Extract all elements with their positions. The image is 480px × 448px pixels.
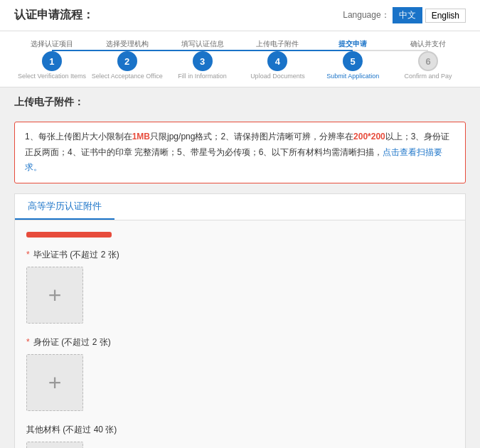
diploma-upload-box[interactable]: + — [26, 267, 83, 324]
step-3-label: 填写认证信息 — [181, 40, 224, 48]
diploma-plus-icon: + — [48, 284, 62, 306]
step-4[interactable]: 上传电子附件 4 Upload Documents — [240, 40, 315, 80]
step-5-label: 提交申请 — [338, 40, 367, 48]
other-upload-section: 其他材料 (不超过 40 张) + — [26, 424, 454, 448]
diploma-required-mark: * — [26, 250, 30, 260]
step-6-label: 确认并支付 — [410, 40, 446, 48]
highlight-size: 1MB — [132, 132, 150, 142]
scan-requirements-link[interactable]: 点击查看扫描要求。 — [25, 147, 442, 173]
notice-box: 1、每张上传图片大小限制在1MB只限jpg/png格式；2、请保持图片清晰可辨，… — [14, 122, 466, 183]
step-1-label: 选择认证项目 — [31, 40, 73, 48]
step-2-sub: Select Acceptance Office — [92, 73, 163, 80]
idcard-upload-section: * 身份证 (不超过 2 张) + — [26, 336, 454, 411]
page-title: 认证申请流程： — [14, 8, 94, 23]
step-5-sub: Submit Application — [326, 73, 379, 80]
lang-chinese-button[interactable]: 中文 — [393, 7, 422, 23]
step-3[interactable]: 填写认证信息 3 Fill in Information — [165, 40, 240, 80]
step-2-label: 选择受理机构 — [106, 40, 149, 48]
lang-english-button[interactable]: English — [425, 9, 466, 23]
step-6-circle: 6 — [418, 51, 438, 71]
step-3-circle: 3 — [193, 51, 213, 71]
step-4-sub: Upload Documents — [250, 73, 305, 80]
tab-diploma[interactable]: 高等学历认证附件 — [15, 194, 114, 220]
language-label: Language： — [343, 9, 389, 21]
step-1[interactable]: 选择认证项目 1 Select Verification Items — [14, 40, 90, 80]
diploma-upload-section: * 毕业证书 (不超过 2 张) + — [26, 249, 454, 324]
step-3-sub: Fill in Information — [178, 73, 227, 80]
step-4-circle: 4 — [267, 51, 287, 71]
step-1-sub: Select Verification Items — [18, 73, 86, 80]
step-6-sub: Confirm and Pay — [405, 73, 452, 80]
idcard-upload-box[interactable]: + — [26, 354, 83, 411]
step-5[interactable]: 提交申请 5 Submit Application — [315, 40, 390, 80]
tab-container: 高等学历认证附件 * 毕业证书 (不超过 2 张) + * — [14, 193, 466, 448]
diploma-label: * 毕业证书 (不超过 2 张) — [26, 249, 454, 261]
header: 认证申请流程： Language： 中文 English — [0, 0, 480, 31]
other-upload-box[interactable]: + — [26, 442, 83, 448]
language-bar: Language： 中文 English — [343, 7, 466, 23]
step-6[interactable]: 确认并支付 6 Confirm and Pay — [390, 40, 466, 80]
step-1-circle: 1 — [42, 51, 62, 71]
section-header: 上传电子附件： — [0, 87, 480, 112]
step-5-circle: 5 — [343, 51, 363, 71]
tab-content: * 毕业证书 (不超过 2 张) + * 身份证 (不超过 2 张) + — [15, 220, 465, 448]
idcard-required-mark: * — [26, 337, 30, 347]
name-redacted — [26, 232, 112, 238]
idcard-plus-icon: + — [48, 371, 62, 394]
highlight-resolution: 200*200 — [353, 132, 385, 142]
step-2[interactable]: 选择受理机构 2 Select Acceptance Office — [90, 40, 165, 80]
notice-text: 1、每张上传图片大小限制在1MB只限jpg/png格式；2、请保持图片清晰可辨，… — [25, 129, 455, 176]
steps-container: 选择认证项目 1 Select Verification Items 选择受理机… — [0, 31, 480, 87]
idcard-label: * 身份证 (不超过 2 张) — [26, 336, 454, 348]
step-2-circle: 2 — [117, 51, 137, 71]
step-4-label: 上传电子附件 — [256, 40, 299, 48]
steps-row: 选择认证项目 1 Select Verification Items 选择受理机… — [14, 40, 466, 80]
tab-header: 高等学历认证附件 — [15, 194, 465, 220]
other-label: 其他材料 (不超过 40 张) — [26, 424, 454, 436]
page-container: 认证申请流程： Language： 中文 English 选择认证项目 1 Se… — [0, 0, 480, 448]
name-line — [26, 232, 454, 238]
